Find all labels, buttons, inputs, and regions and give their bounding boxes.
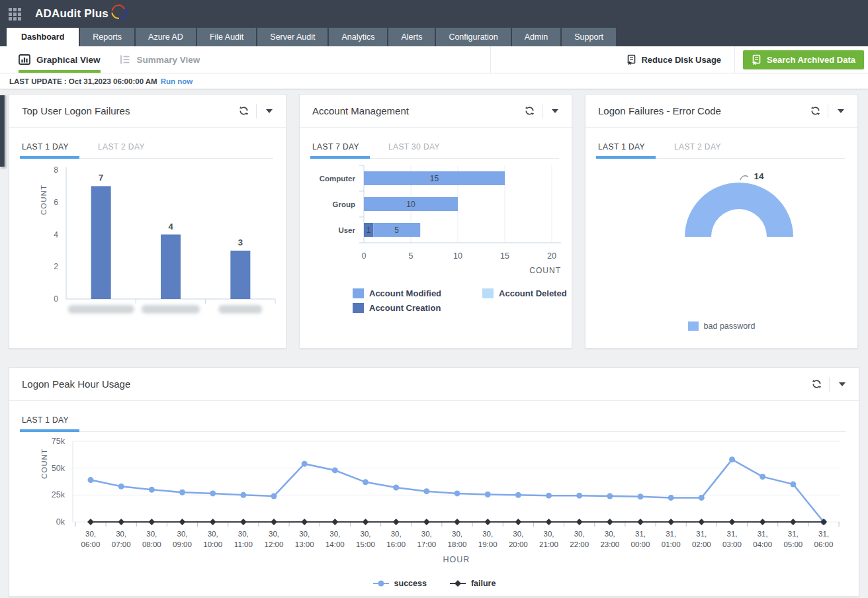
svg-text:19:00: 19:00 xyxy=(478,540,498,548)
nav-tab-analytics[interactable]: Analytics xyxy=(329,28,387,46)
svg-text:09:00: 09:00 xyxy=(173,540,192,548)
refresh-icon[interactable] xyxy=(808,376,825,393)
svg-text:8: 8 xyxy=(54,165,58,175)
vertical-bar-chart: 02468COUNT743 xyxy=(9,159,286,321)
svg-text:31,: 31, xyxy=(696,530,707,538)
card-tab-last-7-day[interactable]: LAST 7 DAY xyxy=(312,137,359,158)
nav-tab-file-audit[interactable]: File Audit xyxy=(197,28,256,46)
card-tab-last-1-day[interactable]: LAST 1 DAY xyxy=(22,410,69,431)
svg-text:User: User xyxy=(338,226,355,234)
view-tab-summary-view[interactable]: Summary View xyxy=(119,46,200,73)
sub-header: Graphical ViewSummary View ★ Reduce Disk… xyxy=(0,46,868,73)
legend-item-account-creation[interactable]: Account Creation xyxy=(353,303,441,313)
chevron-down-icon[interactable] xyxy=(832,103,849,120)
search-archived-data-button[interactable]: ★ Search Archived Data xyxy=(743,50,864,69)
card-tab-last-2-day[interactable]: LAST 2 DAY xyxy=(674,137,721,158)
line-chart: 0k25k50k75kCOUNT30,06:0030,07:0030,08:00… xyxy=(9,432,859,588)
divider xyxy=(542,104,542,118)
svg-text:31,: 31, xyxy=(818,530,829,538)
nav-tab-dashboard[interactable]: Dashboard xyxy=(7,28,79,46)
vertical-bar-chart-svg: 02468COUNT743 xyxy=(9,159,284,319)
legend-swatch xyxy=(353,288,364,298)
nav-tab-support[interactable]: Support xyxy=(562,28,616,46)
nav-tab-admin[interactable]: Admin xyxy=(512,28,560,46)
card-top-user-logon-failures: Top User Logon Failures LAST 1 DAYLAST 2… xyxy=(9,94,286,349)
chevron-down-icon[interactable] xyxy=(834,376,851,393)
card-actions xyxy=(521,103,564,120)
svg-text:50k: 50k xyxy=(52,464,65,473)
refresh-icon[interactable] xyxy=(806,103,824,120)
app-title: ADAudit Plus xyxy=(35,1,108,27)
legend-swatch xyxy=(482,288,494,298)
nav-tab-azure-ad[interactable]: Azure AD xyxy=(136,28,196,46)
doc-star-icon: ★ xyxy=(752,54,761,65)
bar-chart-icon xyxy=(19,54,30,65)
svg-text:20:00: 20:00 xyxy=(509,540,528,548)
svg-text:10: 10 xyxy=(453,251,462,261)
nav-tab-server-audit[interactable]: Server Audit xyxy=(257,28,327,46)
last-update-text: LAST UPDATE : Oct 31,2023 06:00:00 AM xyxy=(9,77,157,85)
card-tab-last-2-day[interactable]: LAST 2 DAY xyxy=(98,137,145,158)
legend-item-bad-password[interactable]: bad password xyxy=(688,321,756,331)
svg-text:13:00: 13:00 xyxy=(295,540,314,548)
svg-text:6: 6 xyxy=(54,198,58,207)
view-tab-graphical-view[interactable]: Graphical View xyxy=(19,46,101,73)
legend-item-failure[interactable]: failure xyxy=(449,579,496,588)
reduce-disk-usage-button[interactable]: ★ Reduce Disk Usage xyxy=(627,54,721,65)
cards-row: Top User Logon Failures LAST 1 DAYLAST 2… xyxy=(9,94,859,349)
view-tab-label: Summary View xyxy=(137,55,200,65)
svg-text:30,: 30, xyxy=(605,530,615,538)
refresh-icon[interactable] xyxy=(235,103,252,120)
svg-text:00:00: 00:00 xyxy=(631,540,650,548)
svg-text:21:00: 21:00 xyxy=(539,540,558,548)
run-now-link[interactable]: Run now xyxy=(161,77,193,85)
svg-text:22:00: 22:00 xyxy=(570,540,589,548)
card-header: Logon Peak Hour Usage xyxy=(9,368,859,401)
svg-text:04:00: 04:00 xyxy=(753,540,772,548)
svg-text:7: 7 xyxy=(99,173,103,183)
legend-item-success[interactable]: success xyxy=(372,579,427,588)
legend-item-account-deleted[interactable]: Account Deleted xyxy=(482,288,567,298)
nav-tab-alerts[interactable]: Alerts xyxy=(388,28,435,46)
svg-text:30,: 30, xyxy=(329,530,340,538)
legend-item-account-modified[interactable]: Account Modified xyxy=(353,288,441,298)
svg-text:15:00: 15:00 xyxy=(356,540,375,548)
nav-tab-reports[interactable]: Reports xyxy=(80,28,134,46)
app-grid-icon[interactable] xyxy=(9,8,21,21)
diamond-marker-icon xyxy=(449,579,466,587)
chevron-down-icon[interactable] xyxy=(261,103,278,120)
svg-text:30,: 30, xyxy=(421,530,432,538)
last-update-bar: LAST UPDATE : Oct 31,2023 06:00:00 AM Ru… xyxy=(0,73,868,89)
svg-text:0k: 0k xyxy=(56,517,65,527)
svg-text:5: 5 xyxy=(409,251,413,261)
card-title: Top User Logon Failures xyxy=(22,105,130,116)
svg-text:10: 10 xyxy=(406,200,415,209)
svg-text:1: 1 xyxy=(367,226,371,235)
side-panel-handle[interactable] xyxy=(0,95,5,167)
divider xyxy=(256,104,257,118)
card-tab-last-1-day[interactable]: LAST 1 DAY xyxy=(598,137,645,158)
svg-text:30,: 30, xyxy=(269,530,279,538)
svg-text:30,: 30, xyxy=(482,530,493,538)
svg-text:30,: 30, xyxy=(208,530,218,538)
card-tabs: LAST 7 DAYLAST 30 DAY xyxy=(312,137,559,159)
svg-text:16:00: 16:00 xyxy=(386,540,406,548)
svg-text:30,: 30, xyxy=(146,530,157,538)
list-icon xyxy=(119,54,131,65)
logo-swoosh-icon xyxy=(109,3,128,20)
chart-legend: successfailure xyxy=(9,579,859,588)
svg-text:30,: 30, xyxy=(452,530,462,538)
card-tab-last-30-day[interactable]: LAST 30 DAY xyxy=(388,137,440,158)
svg-text:02:00: 02:00 xyxy=(692,540,711,548)
svg-text:14:00: 14:00 xyxy=(326,540,345,548)
svg-text:06:00: 06:00 xyxy=(814,540,834,548)
card-tab-last-1-day[interactable]: LAST 1 DAY xyxy=(22,137,69,158)
nav-tab-configuration[interactable]: Configuration xyxy=(436,28,510,46)
svg-text:03:00: 03:00 xyxy=(722,540,742,548)
brand-row: ADAudit Plus xyxy=(0,0,868,28)
svg-text:05:00: 05:00 xyxy=(783,540,803,548)
refresh-icon[interactable] xyxy=(521,103,538,120)
chevron-down-icon[interactable] xyxy=(546,103,564,120)
circle-marker-icon xyxy=(372,579,390,587)
svg-text:30,: 30, xyxy=(116,530,126,538)
